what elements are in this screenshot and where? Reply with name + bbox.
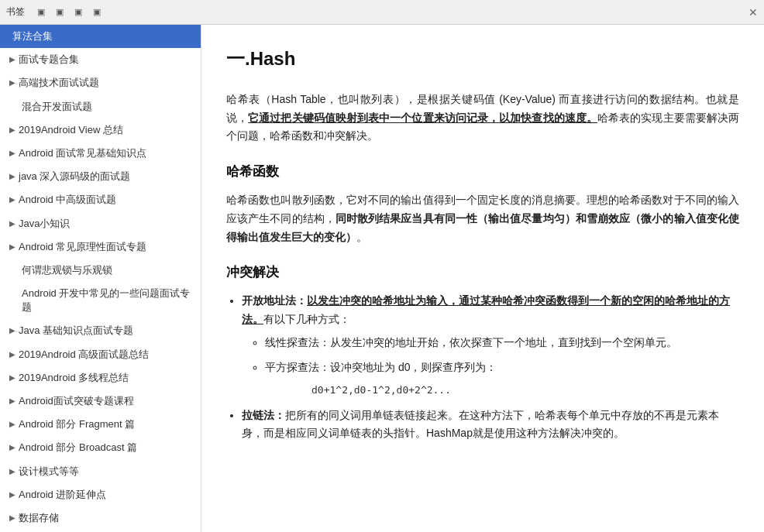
sidebar-item-javasrc[interactable]: ▶ java 深入源码级的面试题 bbox=[0, 165, 201, 188]
chain-prefix: 拉链法： bbox=[242, 409, 285, 421]
list-item-square: 平方探查法：设冲突地址为 d0，则探查序列为： d0+1^2,d0-1^2,d0… bbox=[265, 359, 739, 399]
list-item-linear: 线性探查法：从发生冲突的地址开始，依次探查下一个地址，直到找到一个空闲单元。 bbox=[265, 334, 739, 352]
arrow-icon: ▶ bbox=[9, 396, 15, 407]
titlebar-label: 书签 bbox=[6, 5, 25, 19]
sidebar-item-android2019gj[interactable]: ▶ 2019Android 高级面试题总结 bbox=[0, 343, 201, 366]
sidebar-item-label: 何谓悲观锁与乐观锁 bbox=[22, 263, 194, 277]
sidebar-item-androidfrag[interactable]: ▶ Android 部分 Fragment 篇 bbox=[0, 413, 201, 436]
arrow-icon: ▶ bbox=[9, 194, 15, 205]
sidebar-item-label: 设计模式等等 bbox=[19, 465, 194, 479]
arrow-icon: ▶ bbox=[9, 77, 15, 88]
titlebar: 书签 ▣ ▣ ▣ ▣ ✕ bbox=[0, 0, 764, 25]
sidebar-item-heguan[interactable]: 何谓悲观锁与乐观锁 bbox=[0, 259, 201, 282]
sidebar-item-label: Android 部分 Broadcast 篇 bbox=[19, 441, 194, 455]
sidebar-item-label: java 深入源码级的面试题 bbox=[19, 170, 194, 184]
sidebar-item-label: 混合开发面试题 bbox=[22, 100, 194, 114]
sidebar-item-label: Java 基础知识点面试专题 bbox=[19, 324, 194, 338]
arrow-icon: ▶ bbox=[9, 442, 15, 453]
sidebar-item-label: Android 常见原理性面试专题 bbox=[19, 240, 194, 254]
sidebar-item-android2019mt[interactable]: ▶ 2019Android 多线程总结 bbox=[0, 366, 201, 390]
sidebar-item-label: 高端技术面试试题 bbox=[19, 76, 194, 90]
bookmark-icon-1[interactable]: ▣ bbox=[34, 5, 48, 19]
sidebar-item-label: 算法合集 bbox=[12, 29, 194, 43]
close-button[interactable]: ✕ bbox=[749, 6, 758, 19]
open-addr-bold: 以发生冲突的哈希地址为输入，通过某种哈希冲突函数得到一个新的空闲的哈希地址的方法… bbox=[242, 294, 730, 325]
sidebar-item-hunhe[interactable]: 混合开发面试题 bbox=[0, 95, 201, 118]
sidebar-item-label: 2019Android 多线程总结 bbox=[19, 371, 194, 385]
bookmark-icon-3[interactable]: ▣ bbox=[71, 5, 85, 19]
sidebar-item-label: Android 面试常见基础知识点 bbox=[19, 146, 194, 160]
sidebar-item-androidwt[interactable]: Android 开发中常见的一些问题面试专题 bbox=[0, 282, 201, 319]
list-item-chain: 拉链法：把所有的同义词用单链表链接起来。在这种方法下，哈希表每个单元中存放的不再… bbox=[242, 407, 739, 444]
arrow-icon: ▶ bbox=[9, 489, 15, 500]
list-item-open-addr: 开放地址法：以发生冲突的哈希地址为输入，通过某种哈希冲突函数得到一个新的空闲的哈… bbox=[242, 292, 739, 398]
arrow-icon: ▶ bbox=[9, 218, 15, 229]
open-addr-sub-list: 线性探查法：从发生冲突的地址开始，依次探查下一个地址，直到找到一个空闲单元。 平… bbox=[265, 334, 739, 399]
arrow-icon: ▶ bbox=[9, 466, 15, 477]
sidebar-item-label: 数据存储 bbox=[19, 511, 194, 525]
open-addr-prefix: 开放地址法： bbox=[242, 294, 307, 307]
sidebar-item-label: Android面试突破专题课程 bbox=[19, 394, 194, 408]
sidebar-item-androidyl[interactable]: ▶ Android 常见原理性面试专题 bbox=[0, 235, 201, 259]
main-container: 算法合集 ▶ 面试专题合集 ▶ 高端技术面试试题 混合开发面试题 ▶ 2019A… bbox=[0, 25, 764, 532]
sidebar-item-label: 2019Android 高级面试题总结 bbox=[19, 348, 194, 362]
page-title: 一.Hash bbox=[226, 43, 739, 75]
arrow-icon: ▶ bbox=[9, 125, 15, 136]
sidebar-item-androidzj[interactable]: ▶ Android 中高级面试题 bbox=[0, 188, 201, 211]
arrow-icon: ▶ bbox=[9, 242, 15, 252]
sidebar-item-label: Java小知识 bbox=[19, 217, 194, 231]
sidebar-item-label: Android 进阶延伸点 bbox=[19, 488, 194, 502]
arrow-icon: ▶ bbox=[9, 148, 15, 159]
arrow-icon: ▶ bbox=[9, 349, 15, 360]
sidebar: 算法合集 ▶ 面试专题合集 ▶ 高端技术面试试题 混合开发面试题 ▶ 2019A… bbox=[0, 25, 201, 532]
hash-func-title: 哈希函数 bbox=[226, 161, 739, 184]
sidebar-item-sheji[interactable]: ▶ 设计模式等等 bbox=[0, 460, 201, 483]
conflict-list: 开放地址法：以发生冲突的哈希地址为输入，通过某种哈希冲突函数得到一个新的空闲的哈… bbox=[242, 292, 739, 443]
bookmark-icon-4[interactable]: ▣ bbox=[90, 5, 104, 19]
sidebar-item-label: Android 中高级面试题 bbox=[19, 193, 194, 207]
sidebar-item-mianshi[interactable]: ▶ 面试专题合集 bbox=[0, 48, 201, 71]
intro-paragraph: 哈希表（Hash Table，也叫散列表），是根据关键码值 (Key-Value… bbox=[226, 91, 739, 146]
square-formula: d0+1^2,d0-1^2,d0+2^2... bbox=[311, 382, 739, 399]
sidebar-item-android2019view[interactable]: ▶ 2019Android View 总结 bbox=[0, 118, 201, 142]
arrow-icon: ▶ bbox=[9, 54, 15, 65]
bookmark-icon-2[interactable]: ▣ bbox=[53, 5, 67, 19]
titlebar-icons: ▣ ▣ ▣ ▣ bbox=[34, 5, 104, 19]
arrow-icon: ▶ bbox=[9, 513, 15, 523]
arrow-icon: ▶ bbox=[9, 372, 15, 383]
sidebar-item-label: 2019Android View 总结 bbox=[19, 123, 194, 137]
sidebar-item-androidjc[interactable]: ▶ Android 面试常见基础知识点 bbox=[0, 142, 201, 165]
sidebar-item-label: 面试专题合集 bbox=[19, 53, 194, 67]
sidebar-item-javajc[interactable]: ▶ Java 基础知识点面试专题 bbox=[0, 319, 201, 342]
arrow-icon: ▶ bbox=[9, 171, 15, 182]
sidebar-item-label: Android 部分 Fragment 篇 bbox=[19, 417, 194, 431]
sidebar-item-label: Android 开发中常见的一些问题面试专题 bbox=[22, 287, 194, 314]
sidebar-item-androidtk[interactable]: ▶ Android面试突破专题课程 bbox=[0, 390, 201, 413]
sidebar-item-androidjj[interactable]: ▶ Android 进阶延伸点 bbox=[0, 483, 201, 506]
sidebar-item-suanfa[interactable]: 算法合集 bbox=[0, 25, 201, 48]
sidebar-item-shujucc[interactable]: ▶ 数据存储 bbox=[0, 506, 201, 530]
sidebar-item-androidbroadcast[interactable]: ▶ Android 部分 Broadcast 篇 bbox=[0, 436, 201, 459]
content-area: 一.Hash 哈希表（Hash Table，也叫散列表），是根据关键码值 (Ke… bbox=[201, 25, 764, 532]
sidebar-item-javaknow[interactable]: ▶ Java小知识 bbox=[0, 212, 201, 235]
arrow-icon: ▶ bbox=[9, 419, 15, 430]
sidebar-item-gaoji[interactable]: ▶ 高端技术面试试题 bbox=[0, 71, 201, 94]
hash-func-paragraph: 哈希函数也叫散列函数，它对不同的输出值得到一个固定长度的消息摘要。理想的哈希函数… bbox=[226, 191, 739, 246]
conflict-title: 冲突解决 bbox=[226, 262, 739, 284]
arrow-icon: ▶ bbox=[9, 325, 15, 336]
